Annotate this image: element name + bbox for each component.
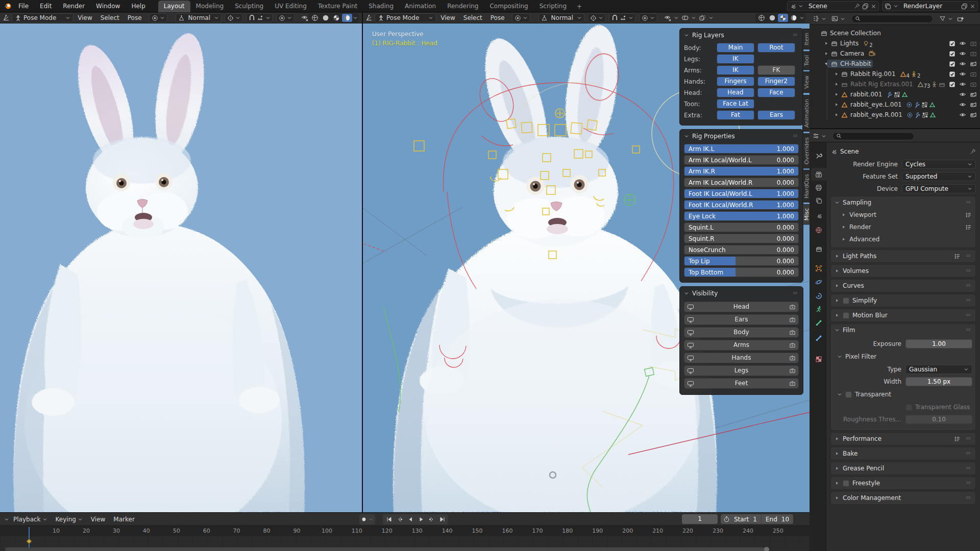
checkbox-icon[interactable] — [949, 61, 955, 67]
timeline-track[interactable] — [0, 536, 810, 546]
proportional-edit-toggle[interactable] — [639, 13, 657, 22]
roughness-field[interactable]: 0.10 — [905, 415, 972, 424]
new-collection-icon[interactable] — [957, 15, 964, 22]
transparent-subpanel[interactable]: Transparent — [834, 388, 972, 400]
viewport-menu-select[interactable]: Select — [96, 14, 124, 21]
width-field[interactable]: 1.50 px — [905, 377, 972, 386]
properties-tab-object-data[interactable] — [811, 303, 826, 315]
type-dropdown[interactable]: Gaussian — [905, 365, 972, 374]
pin-icon[interactable] — [854, 3, 860, 9]
rig-layer-button-ik[interactable]: IK — [717, 65, 754, 75]
rig-property-slider[interactable]: Top Lip0.000 — [684, 256, 799, 266]
rig-layer-button-ears[interactable]: Ears — [757, 110, 795, 120]
properties-tab-bone-constraint[interactable] — [811, 332, 826, 344]
panel-checkbox[interactable] — [843, 297, 849, 304]
outliner-row[interactable]: Lights2 — [810, 38, 980, 48]
outliner-editor-icon[interactable] — [813, 15, 819, 22]
visibility-row-ears[interactable]: Ears — [684, 314, 799, 325]
visibility-row-hands[interactable]: Hands — [684, 353, 799, 363]
rig-layer-button-face[interactable]: Face — [757, 88, 795, 97]
workspace-tab-texture-paint[interactable]: Texture Paint — [312, 1, 363, 12]
next-key-button[interactable] — [427, 515, 436, 524]
property-dropdown-feature-set[interactable]: Supported — [902, 172, 976, 181]
timeline-menu-view[interactable]: View — [87, 516, 109, 523]
outliner-row[interactable]: rabbit_eye.L.001 — [810, 99, 980, 110]
jump-start-button[interactable] — [384, 515, 394, 524]
rig-layer-button-ik[interactable]: IK — [717, 54, 754, 64]
sidebar-tab-hardops[interactable]: HardOps — [802, 170, 810, 203]
outliner-row[interactable]: rabbit_eye.R.001 — [810, 110, 980, 120]
rig-layer-button-face-lat[interactable]: Face Lat — [717, 99, 754, 109]
properties-tab-texture[interactable] — [811, 353, 826, 365]
camera-icon[interactable] — [970, 111, 977, 118]
menu-edit[interactable]: Edit — [34, 0, 57, 12]
checkbox-icon[interactable] — [949, 40, 955, 47]
pivot-point-selector[interactable] — [225, 13, 243, 22]
rig-layer-button-root[interactable]: Root — [757, 43, 795, 53]
pivot-point-selector[interactable] — [587, 13, 606, 22]
mode-selector[interactable]: Pose Mode — [12, 13, 74, 22]
property-dropdown-render-engine[interactable]: Cycles — [902, 160, 976, 169]
properties-tab-object[interactable] — [811, 262, 826, 274]
auto-key-button[interactable] — [359, 514, 375, 524]
timeline-menu-marker[interactable]: Marker — [109, 516, 138, 523]
pixel-filter-subpanel[interactable]: Pixel Filter — [834, 350, 972, 363]
rig-layer-button-head[interactable]: Head — [717, 88, 754, 97]
sidebar-tab-overrides[interactable]: Overrides — [802, 133, 810, 168]
shading-solid-button[interactable] — [767, 14, 777, 22]
workspace-tab-layout[interactable]: Layout — [158, 1, 190, 12]
properties-tab-world[interactable] — [811, 223, 826, 236]
panel-header-motion-blur[interactable]: Motion Blur — [831, 309, 975, 321]
sidebar-tab-item[interactable]: Item — [802, 29, 810, 49]
panel-checkbox[interactable] — [843, 312, 849, 319]
rig-layers-header[interactable]: Rig Layers — [680, 29, 803, 41]
properties-tab-collection[interactable] — [811, 243, 826, 256]
breadcrumb-scene[interactable]: Scene — [840, 148, 859, 155]
panel-header-light-paths[interactable]: Light Paths — [831, 250, 975, 262]
outliner-row[interactable]: Scene Collection — [810, 28, 980, 38]
viewport-3d-rendered[interactable] — [0, 23, 362, 512]
panel-header-bake[interactable]: Bake — [831, 447, 975, 460]
shading-material-button[interactable] — [331, 14, 341, 22]
shading-wireframe-button[interactable] — [310, 14, 320, 22]
checkbox-icon[interactable] — [949, 81, 955, 88]
eye-icon[interactable] — [959, 40, 966, 47]
visibility-row-legs[interactable]: Legs — [684, 365, 799, 376]
property-dropdown-device[interactable]: GPU Compute — [902, 184, 976, 193]
exposure-field[interactable]: 1.00 — [905, 339, 972, 348]
workspace-tab-shading[interactable]: Shading — [363, 1, 399, 12]
timeline-menu-playback[interactable]: Playback — [9, 516, 52, 523]
xray-toggle[interactable] — [697, 14, 707, 21]
eye-icon[interactable] — [959, 70, 966, 78]
camera-muted-icon[interactable] — [970, 50, 977, 57]
outliner-search-input[interactable] — [851, 15, 933, 23]
snap-toggle[interactable] — [609, 13, 636, 22]
menu-help[interactable]: Help — [126, 0, 151, 12]
new-copy-icon[interactable] — [862, 3, 869, 10]
workspace-tab-animation[interactable]: Animation — [399, 1, 442, 12]
properties-tab-bone[interactable] — [811, 316, 826, 329]
viewport-menu-pose[interactable]: Pose — [486, 14, 509, 21]
camera-muted-icon[interactable] — [970, 40, 977, 47]
viewport-menu-pose[interactable]: Pose — [124, 14, 146, 21]
drag-dots-icon[interactable] — [792, 134, 799, 139]
properties-tab-output[interactable] — [811, 181, 826, 194]
workspace-tab-scripting[interactable]: Scripting — [534, 1, 572, 12]
panel-checkbox[interactable] — [843, 480, 849, 487]
timeline-menu-keying[interactable]: Keying — [52, 516, 87, 523]
start-frame-field[interactable]: Start1 — [721, 514, 761, 524]
play-reverse-button[interactable] — [405, 515, 415, 524]
eye-icon[interactable] — [959, 111, 966, 118]
eye-icon[interactable] — [959, 81, 966, 88]
show-overlays-toggle[interactable] — [680, 14, 690, 21]
properties-tab-constraints[interactable] — [811, 289, 826, 302]
rig-property-slider[interactable]: Top Bottom0.000 — [684, 267, 799, 277]
rig-layer-button-main[interactable]: Main — [717, 43, 754, 53]
eye-icon[interactable] — [959, 60, 966, 67]
visibility-row-feet[interactable]: Feet — [684, 378, 799, 389]
rig-property-slider[interactable]: Foot IK Local/World.R1.000 — [684, 200, 799, 210]
show-gizmo-toggle[interactable] — [663, 14, 673, 21]
falloff-button[interactable] — [512, 13, 530, 22]
rig-layer-button-fat[interactable]: Fat — [717, 110, 754, 120]
panel-header-simplify[interactable]: Simplify — [831, 294, 975, 307]
